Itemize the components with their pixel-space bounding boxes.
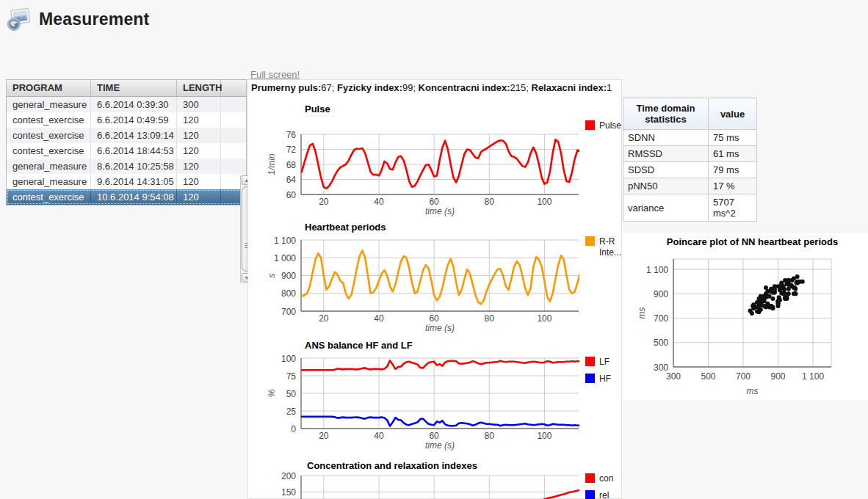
svg-text:700: 700 <box>654 313 668 324</box>
measurements-table-header: PROGRAM TIME LENGTH <box>7 80 246 97</box>
page: Measurement PROGRAM TIME LENGTH general_… <box>0 0 868 499</box>
svg-text:25: 25 <box>286 407 297 417</box>
stats-header-value: value <box>709 98 757 130</box>
table-cell: 120 <box>177 174 221 189</box>
svg-text:300: 300 <box>666 371 681 382</box>
table-cell: contest_exercise <box>7 128 91 143</box>
svg-text:80: 80 <box>485 197 495 207</box>
svg-text:68: 68 <box>286 160 297 170</box>
poincare-plot: 3005007009001 1003005007009001 100Poinca… <box>626 233 868 405</box>
heartbeat-periods-chart: 7008009001 0001 10020406080100Heartbeat … <box>264 219 624 341</box>
table-cell: 6.6.2014 13:09:14 <box>91 128 177 143</box>
svg-text:700: 700 <box>736 371 751 382</box>
svg-text:60: 60 <box>429 313 439 324</box>
svg-text:Pulse: Pulse <box>599 120 621 131</box>
svg-text:100: 100 <box>537 313 551 324</box>
stats-row: pNN5017 % <box>623 178 757 194</box>
table-cell: 9.6.2014 14:31:05 <box>91 174 177 189</box>
svg-text:Concentration and relaxation i: Concentration and relaxation indexes <box>307 460 477 471</box>
table-row[interactable]: general_measure9.6.2014 14:31:05120 <box>7 174 246 189</box>
ans-balance-chart: 025507510020406080100ANS balance HF and … <box>264 338 624 459</box>
column-header-length[interactable]: LENGTH <box>177 80 221 96</box>
full-screen-link[interactable]: Full screen! <box>250 69 300 80</box>
svg-text:900: 900 <box>771 371 786 382</box>
svg-text:ms: ms <box>637 307 647 319</box>
summary-line: Prumerny puls:67; Fyzicky index:99; Konc… <box>251 82 612 93</box>
stats-value: 5707 ms^2 <box>709 194 757 222</box>
table-cell: general_measure <box>7 159 91 174</box>
svg-text:1 100: 1 100 <box>274 236 296 246</box>
stats-rows: SDNN75 msRMSSD61 msSDSD79 mspNN5017 %var… <box>623 130 757 222</box>
svg-text:900: 900 <box>654 289 668 299</box>
svg-text:60: 60 <box>429 431 439 441</box>
svg-text:100: 100 <box>537 431 551 441</box>
svg-text:100: 100 <box>281 354 296 364</box>
svg-text:72: 72 <box>286 145 297 155</box>
svg-text:100: 100 <box>537 197 551 207</box>
concentration-relaxation-chart: 05010015020020406080100Concentration and… <box>264 458 624 499</box>
table-cell: 120 <box>177 128 221 143</box>
table-cell: contest_exercise <box>7 189 91 205</box>
svg-text:75: 75 <box>286 371 297 382</box>
table-row[interactable]: contest_exercise6.6.2014 0:49:59120 <box>7 112 246 128</box>
svg-text:20: 20 <box>319 313 329 324</box>
measurements-table: PROGRAM TIME LENGTH general_measure6.6.2… <box>6 79 247 205</box>
table-row[interactable]: general_measure6.6.2014 0:39:30300 <box>7 97 246 112</box>
stats-value: 17 % <box>709 178 757 194</box>
svg-text:s: s <box>267 274 277 278</box>
table-row[interactable]: contest_exercise6.6.2014 18:44:53120 <box>7 143 246 159</box>
svg-text:800: 800 <box>281 288 296 299</box>
svg-text:time (s): time (s) <box>425 206 455 216</box>
stats-label: RMSSD <box>623 146 709 162</box>
svg-text:con: con <box>599 473 613 484</box>
svg-text:500: 500 <box>654 338 668 348</box>
app-icon <box>6 6 32 32</box>
pulse-chart: 606468727620406080100Pulse1/mintime (s)P… <box>264 101 624 223</box>
svg-text:500: 500 <box>701 371 715 382</box>
svg-text:Heartbeat periods: Heartbeat periods <box>305 222 386 233</box>
stats-label: pNN50 <box>623 178 709 194</box>
table-cell: 10.6.2014 9:54:08 <box>91 189 177 205</box>
table-cell: 6.6.2014 0:49:59 <box>91 112 177 128</box>
measurement-rows: general_measure6.6.2014 0:39:30300contes… <box>7 97 246 205</box>
svg-text:1 100: 1 100 <box>802 371 824 382</box>
page-title: Measurement <box>39 10 149 29</box>
svg-text:900: 900 <box>281 271 296 281</box>
stats-row: SDNN75 ms <box>623 130 757 146</box>
table-cell: 120 <box>177 143 221 159</box>
svg-text:1 100: 1 100 <box>646 265 668 275</box>
table-row[interactable]: contest_exercise6.6.2014 13:09:14120 <box>7 128 246 143</box>
svg-text:80: 80 <box>485 431 495 441</box>
column-header-program[interactable]: PROGRAM <box>7 80 91 96</box>
table-row[interactable]: contest_exercise10.6.2014 9:54:08120 <box>7 189 246 205</box>
svg-text:rel: rel <box>599 490 609 499</box>
column-header-time[interactable]: TIME <box>91 80 177 96</box>
time-domain-statistics-table: Time domain statistics value SDNN75 msRM… <box>623 98 757 222</box>
svg-text:50: 50 <box>286 389 297 399</box>
svg-text:150: 150 <box>281 487 296 498</box>
column-header-spacer <box>221 80 246 96</box>
stats-row: variance5707 ms^2 <box>623 194 757 222</box>
svg-text:%: % <box>267 389 277 397</box>
table-cell: 6.6.2014 0:39:30 <box>91 97 177 112</box>
svg-text:ms: ms <box>747 386 759 396</box>
svg-text:Poincare plot of NN heartbeat: Poincare plot of NN heartbeat periods <box>667 236 838 247</box>
svg-text:200: 200 <box>281 471 296 481</box>
svg-text:Inte...: Inte... <box>599 247 621 258</box>
table-cell: contest_exercise <box>7 112 91 128</box>
svg-text:76: 76 <box>286 130 297 140</box>
svg-text:R-R: R-R <box>599 236 615 247</box>
stats-value: 79 ms <box>709 162 757 178</box>
app-header: Measurement <box>6 6 149 32</box>
svg-text:64: 64 <box>286 175 297 185</box>
table-row[interactable]: general_measure8.6.2014 10:25:58120 <box>7 159 246 174</box>
svg-text:60: 60 <box>286 190 297 200</box>
svg-text:40: 40 <box>374 313 384 324</box>
stats-label: variance <box>623 194 709 222</box>
svg-text:1/min: 1/min <box>267 153 277 175</box>
table-cell: 6.6.2014 18:44:53 <box>91 143 177 159</box>
svg-text:80: 80 <box>485 313 495 324</box>
table-cell: 8.6.2014 10:25:58 <box>91 159 177 174</box>
table-cell: 120 <box>177 189 221 205</box>
svg-text:time (s): time (s) <box>425 440 455 451</box>
